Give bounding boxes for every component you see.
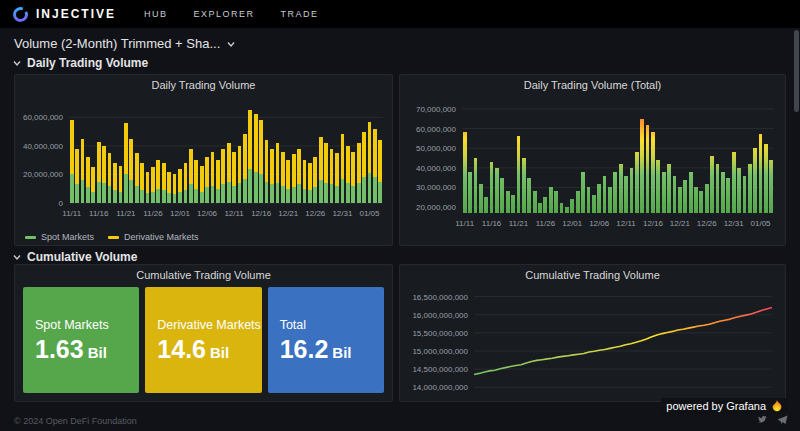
svg-text:20,000,000: 20,000,000 — [23, 170, 64, 179]
dashboard-title[interactable]: Volume (2-Month) Trimmed + Sha... — [14, 36, 236, 51]
panel-cumulative-stats: Cumulative Trading Volume Spot Markets 1… — [14, 264, 393, 402]
svg-text:12/16: 12/16 — [251, 209, 272, 218]
svg-text:12/26: 12/26 — [697, 219, 718, 228]
social-links — [757, 415, 788, 425]
svg-text:15,000,000,000: 15,000,000,000 — [412, 347, 468, 356]
svg-text:60,000,000: 60,000,000 — [416, 125, 457, 134]
svg-text:12/21: 12/21 — [278, 209, 299, 218]
svg-text:70,000,000: 70,000,000 — [416, 105, 457, 114]
powered-by-text: powered by Grafana — [666, 400, 766, 412]
svg-text:01/05: 01/05 — [751, 219, 772, 228]
stat-tile-spot-markets: Spot Markets 1.63Bil — [23, 287, 139, 393]
powered-by-grafana[interactable]: powered by Grafana — [661, 398, 788, 414]
telegram-icon[interactable] — [777, 415, 788, 425]
panel-daily-trading-volume: Daily Trading Volume 020,000,00040,000,0… — [14, 74, 393, 246]
stat-tiles: Spot Markets 1.63Bil Derivative Markets … — [23, 287, 384, 393]
chevron-down-icon — [12, 252, 22, 262]
grafana-logo-icon — [771, 400, 783, 412]
svg-text:40,000,000: 40,000,000 — [23, 142, 64, 151]
svg-text:12/11: 12/11 — [224, 209, 244, 218]
svg-text:12/01: 12/01 — [562, 219, 583, 228]
daily-volume-stacked-bar-chart: 020,000,00040,000,00060,000,00011/1111/1… — [15, 95, 392, 225]
svg-text:11/11: 11/11 — [62, 209, 81, 218]
stat-value: 14.6Bil — [157, 337, 261, 362]
svg-text:60,000,000: 60,000,000 — [23, 113, 64, 122]
row-title: Cumulative Volume — [27, 250, 137, 264]
svg-text:12/21: 12/21 — [670, 219, 691, 228]
panel-title[interactable]: Daily Trading Volume — [15, 75, 392, 95]
row-title: Daily Trading Volume — [27, 56, 148, 70]
svg-text:16,500,000,000: 16,500,000,000 — [412, 293, 468, 302]
injective-logo-icon[interactable] — [12, 6, 29, 23]
svg-text:11/21: 11/21 — [509, 219, 529, 228]
dashboard-title-text: Volume (2-Month) Trimmed + Sha... — [14, 36, 220, 51]
stat-value: 1.63Bil — [35, 337, 139, 362]
panel-title[interactable]: Cumulative Trading Volume — [400, 265, 785, 285]
svg-text:12/31: 12/31 — [724, 219, 745, 228]
chevron-down-icon — [226, 39, 236, 49]
twitter-icon[interactable] — [757, 415, 768, 425]
svg-text:12/31: 12/31 — [332, 209, 353, 218]
cumulative-volume-line-chart: 14,000,000,00014,500,000,00015,000,000,0… — [400, 285, 785, 399]
svg-text:16,000,000,000: 16,000,000,000 — [412, 311, 468, 320]
svg-text:0: 0 — [59, 199, 64, 208]
stat-label: Total — [280, 318, 384, 332]
svg-text:12/06: 12/06 — [197, 209, 218, 218]
scrollbar-thumb[interactable] — [794, 30, 799, 112]
nav-trade[interactable]: TRADE — [281, 9, 319, 19]
panel-daily-trading-volume-total: Daily Trading Volume (Total) 20,000,0003… — [399, 74, 786, 246]
stat-tile-derivative-markets: Derivative Markets 14.6Bil — [145, 287, 261, 393]
svg-text:11/11: 11/11 — [455, 219, 474, 228]
nav-explorer[interactable]: EXPLORER — [194, 9, 255, 19]
svg-text:12/26: 12/26 — [305, 209, 326, 218]
nav-hub[interactable]: HUB — [144, 9, 168, 19]
row-daily-trading-volume[interactable]: Daily Trading Volume — [12, 56, 148, 70]
svg-text:11/26: 11/26 — [143, 209, 163, 218]
svg-text:40,000,000: 40,000,000 — [416, 164, 457, 173]
svg-text:12/11: 12/11 — [616, 219, 636, 228]
stat-label: Spot Markets — [35, 318, 139, 332]
stat-label: Derivative Markets — [157, 318, 261, 332]
panel-title[interactable]: Cumulative Trading Volume — [15, 265, 392, 285]
svg-text:11/16: 11/16 — [89, 209, 109, 218]
row-cumulative-volume[interactable]: Cumulative Volume — [12, 250, 137, 264]
navbar: INJECTIVE HUB EXPLORER TRADE — [0, 0, 800, 28]
svg-text:50,000,000: 50,000,000 — [416, 144, 457, 153]
panel-title[interactable]: Daily Trading Volume (Total) — [400, 75, 785, 95]
svg-text:20,000,000: 20,000,000 — [416, 203, 457, 212]
svg-text:15,500,000,000: 15,500,000,000 — [412, 329, 468, 338]
svg-text:11/21: 11/21 — [116, 209, 136, 218]
panel-cumulative-chart: Cumulative Trading Volume 14,000,000,000… — [399, 264, 786, 402]
svg-text:11/16: 11/16 — [482, 219, 502, 228]
svg-text:12/16: 12/16 — [643, 219, 664, 228]
copyright: © 2024 Open DeFi Foundation — [14, 416, 137, 426]
daily-total-bar-chart: 20,000,00030,000,00040,000,00050,000,000… — [400, 95, 785, 245]
svg-text:12/06: 12/06 — [589, 219, 610, 228]
legend-item[interactable]: Spot Markets — [25, 232, 94, 242]
svg-text:01/05: 01/05 — [359, 209, 380, 218]
svg-text:14,500,000,000: 14,500,000,000 — [412, 365, 468, 374]
svg-text:12/01: 12/01 — [170, 209, 191, 218]
legend-item[interactable]: Derivative Markets — [108, 232, 199, 242]
brand-name[interactable]: INJECTIVE — [36, 7, 116, 21]
chevron-down-icon — [12, 58, 22, 68]
svg-text:30,000,000: 30,000,000 — [416, 183, 457, 192]
main-nav: HUB EXPLORER TRADE — [144, 9, 345, 19]
chart-legend: Spot MarketsDerivative Markets — [25, 232, 213, 242]
svg-text:11/26: 11/26 — [536, 219, 556, 228]
stat-tile-total: Total 16.2Bil — [268, 287, 384, 393]
svg-text:14,000,000,000: 14,000,000,000 — [412, 383, 468, 392]
stat-value: 16.2Bil — [280, 337, 384, 362]
